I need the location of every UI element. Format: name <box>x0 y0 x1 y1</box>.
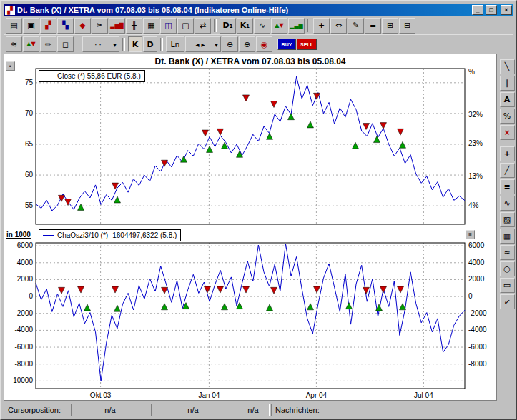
signal-down-icon: ▼ <box>31 41 36 47</box>
sell-signal-button[interactable]: SELL <box>297 39 317 50</box>
zigzag-tool-icon: ∿ <box>503 199 510 208</box>
line-chart-button[interactable]: ╫ <box>126 18 142 34</box>
time-range-dropdown[interactable]: ◂ ▸ ▾ <box>185 36 221 52</box>
histogram-button[interactable]: ▁▃▅ <box>288 18 305 34</box>
delete-drawings-icon: × <box>503 128 510 137</box>
compare-chart-button[interactable]: ▞ <box>40 18 56 34</box>
wave-tool-button[interactable]: ≈ <box>500 245 515 260</box>
layout-button[interactable]: ⊟ <box>399 18 415 34</box>
text-tool-button[interactable]: A <box>500 92 515 107</box>
log-scale-label: Ln <box>170 40 179 49</box>
crosshair-tool-button[interactable]: + <box>500 146 515 161</box>
svg-text:4000: 4000 <box>17 259 34 266</box>
trendline-tool-button[interactable]: ╲ <box>500 59 515 74</box>
line-style-dropdown[interactable]: · · ▾ <box>82 36 119 52</box>
zoom-range-button[interactable]: ◉ <box>256 36 272 52</box>
news-panel: Nachrichten: <box>271 404 513 416</box>
arrow-tool-button[interactable]: ↙ <box>500 294 515 309</box>
erase-button[interactable]: ✏ <box>40 36 56 52</box>
pan-button[interactable]: ⇔ <box>330 18 347 34</box>
ellipse-tool-button[interactable]: ○ <box>500 261 515 276</box>
indicator-button[interactable]: ∿ <box>254 18 270 34</box>
cursor-x-value: n/a <box>71 404 149 416</box>
weekly-period-label: K₁ <box>240 21 250 30</box>
cursor-position-label: Cursorposition: <box>4 404 69 416</box>
line-chart-icon: ╫ <box>132 21 137 30</box>
drawing-tools-palette: ╲ ∥ A % × + ╱ ≡ ∿ ▨ ▦ ≈ ○ ▭ ↙ <box>498 54 516 401</box>
signal-chart-button[interactable]: ▲▼ <box>271 18 287 34</box>
buy-signal-button[interactable]: BUY <box>277 39 296 50</box>
pan-icon: ⇔ <box>335 21 342 30</box>
oscillator-legend: ChaOszi3/10 (*) -1604497,6322 (5.8.) <box>39 229 181 241</box>
bar-chart-button[interactable]: ▂▅▇ <box>109 18 125 34</box>
candlestick-mode-button[interactable]: K <box>128 36 142 52</box>
chart-window-button[interactable]: ◻ <box>57 36 74 52</box>
svg-text:4%: 4% <box>468 201 479 209</box>
close-button[interactable]: × <box>501 5 512 15</box>
copy-button[interactable]: ▣ <box>23 18 39 34</box>
maximize-button[interactable]: □ <box>486 5 497 15</box>
close-icon: × <box>504 6 508 14</box>
delete-drawings-button[interactable]: × <box>500 125 515 140</box>
new-window-icon: ▢ <box>182 21 189 30</box>
svg-text:6000: 6000 <box>17 241 34 249</box>
new-window-button[interactable]: ▢ <box>177 18 194 34</box>
application-window: ▞ Dt. Bank (X) / XETRA vom 07.08.03 bis … <box>0 0 517 420</box>
daily-mode-label: D <box>147 40 153 49</box>
hatch-tool-button[interactable]: ▨ <box>500 212 515 227</box>
svg-text:2000: 2000 <box>468 275 485 283</box>
chevron-down-icon: ▾ <box>113 41 117 49</box>
arrange-button[interactable]: ⇄ <box>195 18 211 34</box>
signals-button[interactable]: ▲▼ <box>23 36 39 52</box>
svg-text:2000: 2000 <box>17 275 34 283</box>
price-legend: Close (*) 55,86 EUR (5.8.) <box>39 70 145 82</box>
weekly-period-button[interactable]: K₁ <box>237 18 253 34</box>
separator <box>307 19 310 32</box>
rectangle-tool-button[interactable]: ▭ <box>500 278 515 293</box>
regression-tool-button[interactable]: ╱ <box>500 163 515 178</box>
minimize-button[interactable]: _ <box>472 5 483 15</box>
grid-view-icon: ⊞ <box>387 21 393 30</box>
svg-text:70: 70 <box>25 109 34 117</box>
minimize-icon: _ <box>476 6 479 14</box>
log-scale-button[interactable]: Ln <box>166 36 184 52</box>
maximize-icon: □ <box>489 6 493 14</box>
cut-button[interactable]: ✂ <box>92 18 108 34</box>
zoom-in-button[interactable]: ⊕ <box>239 36 255 52</box>
signal-chart-icon: ▲▼ <box>275 23 283 29</box>
arrange-icon: ⇄ <box>200 21 206 30</box>
daily-period-button[interactable]: D₁ <box>220 18 236 34</box>
grid-tool-button[interactable]: ▦ <box>500 229 515 244</box>
crosshair-icon: + <box>318 21 325 30</box>
quote-table-icon: ▦ <box>147 21 154 30</box>
pin-button[interactable]: ◆ <box>74 18 91 34</box>
parallel-lines-tool-button[interactable]: ∥ <box>500 76 515 91</box>
percent-tool-button[interactable]: % <box>500 109 515 124</box>
draw-button[interactable]: ✎ <box>348 18 364 34</box>
daily-mode-button[interactable]: D <box>143 36 157 52</box>
quote-table-button[interactable]: ▦ <box>143 18 159 34</box>
fibonacci-tool-button[interactable]: ≡ <box>500 179 515 194</box>
zigzag-tool-button[interactable]: ∿ <box>500 196 515 211</box>
news-label: Nachrichten: <box>275 406 320 414</box>
grid-view-button[interactable]: ⊞ <box>382 18 398 34</box>
oscillator-settings-button[interactable]: ≡ <box>466 230 475 239</box>
crosshair-button[interactable]: + <box>313 18 330 34</box>
new-chart-button[interactable]: ▤ <box>6 18 22 34</box>
svg-text:-8000: -8000 <box>14 360 33 368</box>
title-bar[interactable]: ▞ Dt. Bank (X) / XETRA vom 07.08.03 bis … <box>4 4 513 16</box>
zigzag-button[interactable]: ≋ <box>6 36 22 52</box>
svg-text:%: % <box>468 68 475 76</box>
save-button[interactable]: ◫ <box>160 18 177 34</box>
ellipse-tool-icon: ○ <box>503 264 511 274</box>
line-style-sample-icon: · · <box>85 41 111 49</box>
overlay-chart-button[interactable]: ▚ <box>57 18 74 34</box>
zoom-out-button[interactable]: ⊖ <box>222 36 238 52</box>
notes-button[interactable]: ≡ <box>365 18 381 34</box>
svg-text:13%: 13% <box>468 172 483 180</box>
unit-label: in 1000 <box>6 231 31 239</box>
price-oscillator-chart[interactable]: 757065605532%23%13%4%%6000400020000-2000… <box>4 54 496 400</box>
svg-text:0: 0 <box>468 292 473 300</box>
separator <box>122 38 125 51</box>
arrow-tool-icon: ↙ <box>503 297 510 306</box>
